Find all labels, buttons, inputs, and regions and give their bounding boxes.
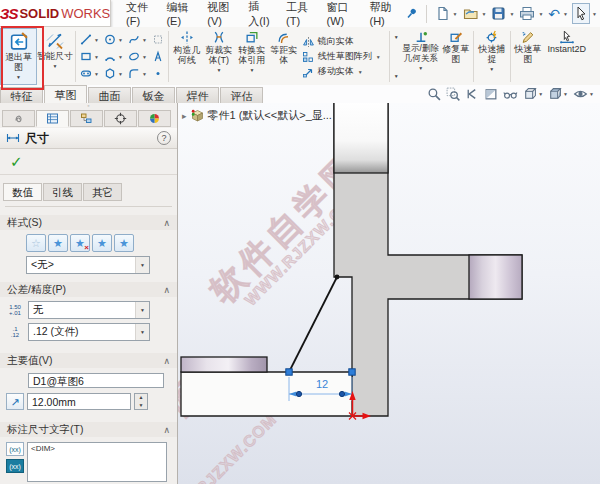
rapid-sketch-button[interactable]: 快速草图 — [513, 28, 543, 85]
configuration-manager-tab[interactable] — [70, 110, 103, 127]
line-tool[interactable]: ▼ — [80, 32, 102, 48]
value-spinner[interactable]: ▲ ▼ — [134, 393, 148, 410]
rectangle-caret-icon[interactable]: ▼ — [94, 54, 99, 60]
save-style-button[interactable]: ★ — [92, 234, 112, 252]
ellipse-tool[interactable]: ▼ — [128, 49, 150, 65]
fillet-tool[interactable]: ▼ — [128, 66, 150, 82]
dimension-value-label[interactable]: 12 — [307, 378, 337, 390]
construction-geometry-button[interactable]: 构造几何线 — [171, 28, 203, 85]
previous-view-button[interactable] — [465, 87, 479, 101]
exit-sketch-button[interactable]: 退出草图 ▼ — [0, 28, 37, 85]
slot-tool[interactable]: ▼ — [80, 66, 102, 82]
print-button[interactable] — [518, 4, 536, 23]
open-button[interactable] — [462, 4, 480, 23]
menu-file[interactable]: 文件(F) — [119, 0, 157, 30]
slot-caret-icon[interactable]: ▼ — [94, 71, 99, 77]
circle-caret-icon[interactable]: ▼ — [118, 37, 123, 43]
dimension-value-field[interactable]: 12.00mm — [27, 393, 131, 410]
polygon-tool[interactable]: ▼ — [104, 66, 126, 82]
base-cylinder[interactable] — [181, 357, 267, 372]
collapse-chevron-icon[interactable]: ∧ — [163, 285, 170, 295]
pin-menu-icon[interactable] — [404, 6, 419, 22]
menu-view[interactable]: 视图(V) — [200, 0, 239, 30]
apply-default-style-button[interactable]: ☆ — [26, 234, 46, 252]
spinner-down-icon[interactable]: ▼ — [135, 402, 147, 410]
modify-value-button[interactable]: ↗ — [6, 393, 24, 410]
line-caret-icon[interactable]: ▼ — [94, 37, 99, 43]
tab-evaluate[interactable]: 评估 — [220, 87, 263, 103]
point-tool[interactable] — [152, 66, 164, 82]
precision-dropdown[interactable]: .12 (文件) ▼ — [28, 323, 150, 341]
collapse-chevron-icon[interactable]: ∧ — [163, 356, 170, 366]
load-style-button[interactable]: ★ — [114, 234, 134, 252]
tab-sketch[interactable]: 草图 — [44, 85, 87, 103]
new-caret-icon[interactable]: ▼ — [453, 11, 458, 17]
feature-tree-root-label[interactable]: 零件1 (默认<<默认>_显... — [208, 108, 332, 123]
feature-manager-tab[interactable] — [2, 110, 35, 127]
collapse-chevron-icon[interactable]: ∧ — [163, 425, 170, 435]
tolerance-section-header[interactable]: 公差/精度(P) ∧ — [0, 282, 177, 297]
offset-entities-button[interactable]: 等距实体 — [269, 28, 299, 85]
view-orientation-caret-icon[interactable]: ▼ — [538, 91, 543, 97]
linear-pattern-button[interactable]: 线性草图阵列 ▼ — [302, 50, 384, 63]
repair-sketch-button[interactable]: 修复草图 — [441, 28, 471, 85]
sketch-picture-tool[interactable] — [152, 32, 164, 48]
collapse-chevron-icon[interactable]: ∧ — [163, 218, 170, 228]
style-section-header[interactable]: 样式(S) ∧ — [0, 215, 177, 230]
style-dropdown-caret-icon[interactable]: ▼ — [135, 257, 149, 273]
menu-window[interactable]: 窗口(W) — [320, 0, 361, 30]
polygon-caret-icon[interactable]: ▼ — [118, 71, 123, 77]
dimension-handle[interactable] — [339, 391, 344, 396]
display-relations-caret-icon[interactable]: ▼ — [418, 65, 423, 71]
linear-pattern-caret-icon[interactable]: ▼ — [376, 54, 381, 60]
tab-surfaces[interactable]: 曲面 — [88, 87, 131, 103]
trim-entities-button[interactable]: 剪裁实体(T) ▼ — [203, 28, 235, 85]
part-arm-cylinder[interactable] — [469, 255, 522, 299]
section-view-button[interactable] — [484, 87, 498, 101]
precision-caret-icon[interactable]: ▼ — [135, 324, 149, 340]
sketch-point[interactable] — [286, 369, 292, 375]
sketch-point[interactable] — [349, 369, 355, 375]
text-tool[interactable] — [152, 49, 164, 65]
add-style-button[interactable]: ★ — [48, 234, 68, 252]
overflow-caret-icon[interactable]: ▼ — [394, 73, 399, 79]
move-entities-caret-icon[interactable]: ▼ — [358, 69, 363, 75]
rectangle-tool[interactable]: ▼ — [80, 49, 102, 65]
sketch-endpoint[interactable] — [335, 275, 340, 280]
primary-value-header[interactable]: 主要值(V) ∧ — [0, 353, 177, 368]
subtab-value[interactable]: 数值 — [3, 183, 42, 201]
dimension-text-header[interactable]: 标注尺寸文字(T) ∧ — [0, 422, 177, 437]
ok-check-button[interactable]: ✓ — [10, 153, 23, 171]
open-caret-icon[interactable]: ▼ — [482, 11, 487, 17]
style-dropdown[interactable]: <无> ▼ — [26, 256, 150, 274]
zoom-fit-button[interactable] — [427, 87, 441, 101]
hide-show-items-button[interactable]: ▼ — [573, 87, 594, 101]
convert-entities-button[interactable]: 转换实体引用 ▼ — [235, 28, 269, 85]
move-entities-button[interactable]: 移动实体 ▼ — [302, 65, 384, 78]
subtab-leaders[interactable]: 引线 — [43, 183, 82, 201]
ellipse-caret-icon[interactable]: ▼ — [142, 54, 147, 60]
arc-caret-icon[interactable]: ▼ — [118, 54, 123, 60]
menu-tools[interactable]: 工具(T) — [279, 0, 317, 30]
instant2d-button[interactable]: Instant2D — [543, 28, 591, 85]
exit-sketch-caret-icon[interactable]: ▼ — [16, 74, 21, 80]
graphics-area[interactable]: 软件自学网 WWW.RJZXW.COM 软件自学网 WWW.RJZXW.COM — [178, 103, 600, 484]
smart-dimension-caret-icon[interactable]: ▼ — [53, 63, 58, 69]
print-caret-icon[interactable]: ▼ — [538, 11, 543, 17]
panel-resize-handle[interactable]: ◦ — [0, 103, 177, 110]
display-delete-relations-button[interactable]: 显示/删除几何关系 ▼ — [401, 28, 441, 85]
help-icon[interactable]: ? — [157, 131, 171, 145]
display-style-caret-icon[interactable]: ▼ — [563, 91, 568, 97]
convert-caret-icon[interactable]: ▼ — [249, 67, 254, 73]
trim-caret-icon[interactable]: ▼ — [216, 67, 221, 73]
feature-tree-root[interactable]: ▸ 零件1 (默认<<默认>_显... — [182, 108, 332, 123]
overflow-carets[interactable]: ▼ ▼ — [392, 28, 401, 85]
zoom-area-button[interactable] — [446, 87, 460, 101]
undo-caret-icon[interactable]: ▼ — [563, 11, 568, 17]
display-manager-tab[interactable] — [138, 110, 171, 127]
spline-tool[interactable]: ▼ — [128, 32, 150, 48]
display-style-button[interactable]: ▼ — [548, 87, 568, 101]
spinner-up-icon[interactable]: ▲ — [135, 394, 147, 402]
arc-tool[interactable]: ▼ — [104, 49, 126, 65]
property-manager-tab[interactable] — [36, 110, 69, 127]
